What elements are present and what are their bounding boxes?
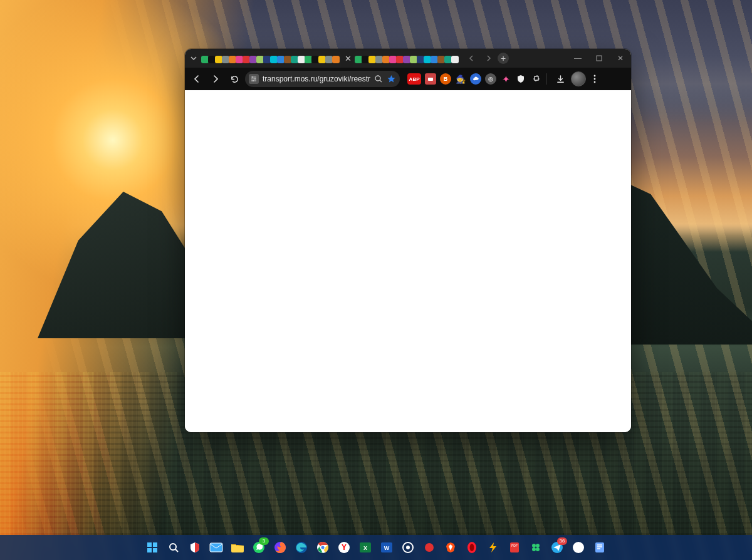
maximize-button[interactable] [588,49,610,68]
svg-rect-5 [428,78,433,81]
extension-cloud-icon[interactable] [470,73,481,85]
tab-scroll-right[interactable] [481,52,495,65]
taskbar-yandex-icon[interactable]: Y [335,539,353,556]
extension-shield-icon[interactable] [515,73,526,85]
tab-favicon[interactable] [451,56,459,63]
page-viewport[interactable] [185,90,631,432]
taskbar-rec-app-icon[interactable] [420,539,438,556]
tab-search-button[interactable] [187,49,200,68]
taskbar-badge: 36 [557,537,567,545]
svg-rect-12 [153,548,157,552]
titlebar: ✕ + — ✕ [185,49,631,68]
svg-text:X: X [363,545,367,551]
tab-group-right [353,51,460,68]
taskbar-guard-icon[interactable] [186,539,204,556]
tab-scroll-controls: + [465,49,509,68]
svg-point-2 [254,78,256,80]
svg-point-3 [253,80,254,81]
bookmark-star-icon[interactable] [387,75,396,84]
svg-point-39 [536,547,540,551]
extension-abp-icon[interactable]: ABP [407,73,421,85]
taskbar-green-app-icon[interactable] [527,539,545,556]
site-settings-icon[interactable] [249,74,259,84]
forward-button[interactable] [207,71,224,87]
extension-wallet-icon[interactable] [425,73,436,85]
tab-scroll-left[interactable] [465,52,479,65]
taskbar-bolt-icon[interactable] [484,539,502,556]
svg-text:W: W [384,545,390,551]
taskbar-telegram-icon[interactable]: 36 [548,539,566,556]
app-menu-button[interactable] [588,71,601,87]
taskbar-opera-icon[interactable] [463,539,481,556]
svg-point-1 [252,76,253,78]
svg-rect-10 [153,542,157,547]
svg-point-8 [594,81,596,83]
taskbar: 3YXWPDF36 [0,535,752,560]
svg-point-37 [536,544,540,547]
tab-close-button[interactable]: ✕ [342,49,353,68]
taskbar-search-icon[interactable] [165,539,182,556]
svg-point-30 [406,546,410,549]
svg-text:Y: Y [342,543,347,552]
reload-button[interactable] [226,71,243,87]
taskbar-brave-icon[interactable] [442,539,459,556]
tab-favicon[interactable] [332,56,340,63]
svg-point-13 [170,544,176,550]
taskbar-notes-icon[interactable] [591,539,608,556]
minimize-button[interactable]: — [567,49,588,68]
toolbar: transport.mos.ru/gruzoviki/reestr ABPB🧙◎… [185,68,631,90]
new-tab-button[interactable]: + [498,53,509,64]
svg-point-4 [375,76,380,81]
back-button[interactable] [189,71,205,87]
taskbar-start-icon[interactable] [144,539,161,556]
svg-point-7 [594,78,596,80]
taskbar-pdf-icon[interactable]: PDF [506,539,523,556]
svg-text:PDF: PDF [511,544,518,547]
svg-rect-14 [210,543,222,552]
taskbar-edge-icon[interactable] [293,539,310,556]
address-bar[interactable]: transport.mos.ru/gruzoviki/reestr [245,71,400,87]
taskbar-mail-icon[interactable] [207,539,225,556]
extension-b-ext-icon[interactable]: B [440,73,451,85]
extension-pirate-icon[interactable]: 🧙 [455,73,466,85]
extension-puzzle-icon[interactable] [530,73,541,85]
svg-point-31 [425,543,434,552]
profile-avatar[interactable] [571,71,586,86]
taskbar-chrome-icon[interactable] [314,539,332,556]
svg-point-6 [594,75,596,77]
taskbar-badge: 3 [259,537,269,545]
downloads-button[interactable] [552,71,568,87]
taskbar-whatsapp2-icon[interactable] [570,539,587,556]
taskbar-explorer-icon[interactable] [229,539,246,556]
zoom-icon[interactable] [374,75,383,83]
extension-grey-ext-icon[interactable]: ◎ [485,73,496,85]
taskbar-record-icon[interactable] [399,539,417,556]
svg-rect-42 [595,542,604,552]
svg-rect-9 [147,542,152,547]
svg-rect-11 [147,548,152,552]
svg-point-36 [532,544,536,547]
svg-point-33 [470,544,474,551]
extension-color-ext-icon[interactable]: ✦ [500,73,511,85]
extensions-strip: ABPB🧙◎✦ [407,73,541,85]
tab-group-left [200,51,341,68]
taskbar-whatsapp-icon[interactable]: 3 [250,539,268,556]
url-text: transport.mos.ru/gruzoviki/reestr [263,75,370,83]
browser-window: ✕ + — ✕ [185,49,631,432]
taskbar-word-icon[interactable]: W [378,539,395,556]
close-window-button[interactable]: ✕ [610,49,631,68]
taskbar-excel-icon[interactable]: X [357,539,374,556]
svg-rect-0 [597,56,602,61]
svg-point-38 [532,547,536,551]
taskbar-firefox-icon[interactable] [271,539,289,556]
window-controls: — ✕ [567,49,631,68]
toolbar-divider [546,73,547,85]
